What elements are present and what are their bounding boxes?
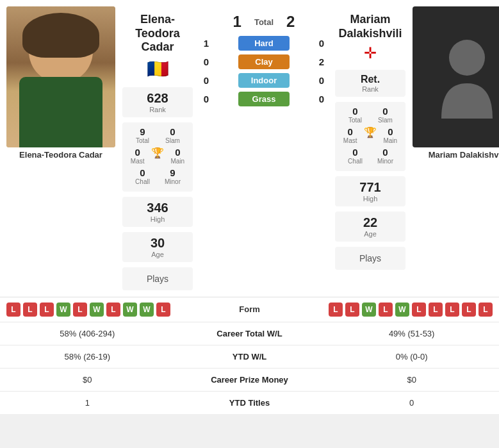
player2-main-label: Main xyxy=(383,137,397,144)
form-badge: L xyxy=(156,303,170,317)
player1-high-value: 346 xyxy=(129,201,186,215)
table-row: 1 YTD Titles 0 xyxy=(0,391,499,414)
player1-photo xyxy=(6,6,115,147)
player2-form: LLWLWLLLLL xyxy=(329,303,493,317)
table-cell-left: 58% (26-19) xyxy=(0,345,175,368)
form-badge: W xyxy=(123,303,137,317)
player2-stats-card: 0 Total 0 Slam 0 Mast 🏆 xyxy=(335,102,405,171)
h2h-section: 1 Total 2 1 Hard 0 0 Clay 2 0 Indoor 0 xyxy=(200,6,328,290)
grass-score-right: 0 xyxy=(315,94,328,104)
form-badge: L xyxy=(73,303,87,317)
form-row: LLLWLWLWWL Form LLWLWLLLLL xyxy=(6,303,493,317)
h2h-score-left: 1 xyxy=(233,13,241,31)
player1-total-value: 9 xyxy=(140,126,145,137)
surface-row-grass: 0 Grass 0 xyxy=(200,92,328,106)
player2-minor-label: Minor xyxy=(377,158,393,165)
h2h-score-right: 2 xyxy=(286,13,295,31)
main-container: Elena-Teodora Cadar Elena-Teodora Cadar … xyxy=(0,0,499,414)
table-cell-right: 0% (0-0) xyxy=(324,345,499,368)
indoor-badge: Indoor xyxy=(238,73,290,88)
player1-minor-value: 9 xyxy=(170,167,175,178)
player1-age-label: Age xyxy=(129,251,186,258)
clay-badge: Clay xyxy=(238,54,290,69)
player1-minor-label: Minor xyxy=(165,178,181,185)
form-badge: L xyxy=(479,303,493,317)
table-cell-center: Career Prize Money xyxy=(175,368,325,391)
indoor-score-left: 0 xyxy=(200,75,213,86)
player2-chall-value: 0 xyxy=(352,147,357,158)
player2-age-value: 22 xyxy=(341,215,399,230)
table-cell-right: 0 xyxy=(324,391,499,414)
player1-chall-value: 0 xyxy=(140,167,145,178)
player1-name: Elena-Teodora Cadar xyxy=(119,13,196,54)
form-badge: L xyxy=(6,303,20,317)
player2-minor-value: 0 xyxy=(382,147,388,158)
player1-trophy-icon: 🏆 xyxy=(151,147,164,159)
player1-stats-card: 9 Total 0 Slam 0 Mast 🏆 xyxy=(122,122,193,192)
player2-high-card: 771 High xyxy=(335,176,405,206)
hard-score-left: 1 xyxy=(200,38,213,49)
table-cell-center: YTD W/L xyxy=(175,345,325,368)
player2-total-value: 0 xyxy=(352,106,357,117)
player1-main-value: 0 xyxy=(175,147,180,158)
player1-high-card: 346 High xyxy=(122,197,193,227)
player2-rank-card: Ret. Rank xyxy=(335,70,405,97)
player1-main-label: Main xyxy=(170,158,184,165)
player1-slam-value: 0 xyxy=(170,126,175,137)
player1-high-label: High xyxy=(129,215,186,223)
player2-high-value: 771 xyxy=(341,180,399,195)
form-badge: W xyxy=(395,303,409,317)
player2-name: Mariam Dalakishvili xyxy=(332,13,409,40)
player1-plays: Plays xyxy=(122,267,193,290)
h2h-totals: 1 Total 2 xyxy=(233,13,295,31)
form-badge: L xyxy=(40,303,54,317)
svg-point-0 xyxy=(449,40,485,76)
table-cell-center: YTD Titles xyxy=(175,391,325,414)
player2-mast-label: Mast xyxy=(343,137,357,144)
form-badge: L xyxy=(345,303,359,317)
player2-trophy-icon: 🏆 xyxy=(364,126,377,138)
table-cell-right: $0 xyxy=(324,368,499,391)
table-cell-left: $0 xyxy=(0,368,175,391)
player1-slam-label: Slam xyxy=(165,137,180,144)
player2-slam-label: Slam xyxy=(378,117,393,124)
player2-flag: ✛ xyxy=(364,44,377,62)
player2-info-panel: Mariam Dalakishvili ✛ Ret. Rank 0 Total xyxy=(332,6,409,290)
indoor-score-right: 0 xyxy=(315,75,328,86)
surface-row-hard: 1 Hard 0 xyxy=(200,36,328,51)
form-badge: L xyxy=(429,303,443,317)
form-badge: L xyxy=(23,303,37,317)
player1-mast-label: Mast xyxy=(131,158,145,165)
form-badge: L xyxy=(462,303,476,317)
player1-age-value: 30 xyxy=(129,236,186,251)
player2-plays: Plays xyxy=(335,247,405,270)
form-badge: W xyxy=(362,303,376,317)
table-row: 58% (406-294) Career Total W/L 49% (51-5… xyxy=(0,322,499,345)
table-row: $0 Career Prize Money $0 xyxy=(0,368,499,391)
stats-table: 58% (406-294) Career Total W/L 49% (51-5… xyxy=(0,322,499,414)
player1-form: LLLWLWLWWL xyxy=(6,303,170,317)
table-cell-left: 58% (406-294) xyxy=(0,322,175,345)
form-badge: W xyxy=(56,303,70,317)
form-badge: L xyxy=(106,303,120,317)
form-badge: L xyxy=(412,303,426,317)
player1-mast-value: 0 xyxy=(135,147,140,158)
surface-row-clay: 0 Clay 2 xyxy=(200,54,328,69)
player2-main-value: 0 xyxy=(388,126,393,137)
player1-total-label: Total xyxy=(136,137,149,144)
player1-info-panel: Elena-Teodora Cadar 🇷🇴 628 Rank 9 Total … xyxy=(119,6,196,290)
player2-silhouette xyxy=(438,35,496,119)
form-badge: W xyxy=(140,303,154,317)
player1-age-card: 30 Age xyxy=(122,232,193,262)
player2-total-label: Total xyxy=(348,117,362,124)
grass-score-left: 0 xyxy=(200,94,213,104)
player2-mast-value: 0 xyxy=(347,126,352,137)
grass-badge: Grass xyxy=(238,92,290,106)
form-label: Form xyxy=(231,304,269,314)
form-badge: L xyxy=(329,303,343,317)
player1-chall-label: Chall xyxy=(135,178,150,185)
hard-badge: Hard xyxy=(238,36,290,51)
player1-rank-card: 628 Rank xyxy=(122,87,193,117)
player2-slam-value: 0 xyxy=(382,106,388,117)
clay-score-right: 2 xyxy=(315,56,328,67)
